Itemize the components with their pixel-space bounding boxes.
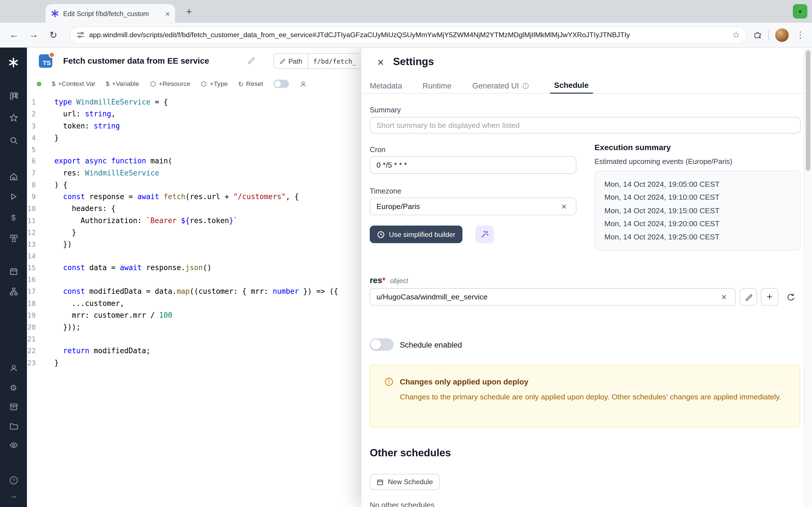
page-scrollbar <box>804 48 812 507</box>
execution-summary-title: Execution summary <box>595 143 671 152</box>
app-sidebar: $ <box>0 48 27 507</box>
reload-button[interactable]: ↻ <box>43 29 63 41</box>
sidebar-item-workers[interactable] <box>0 400 27 413</box>
timezone-input[interactable] <box>370 198 576 215</box>
sidebar-item-favorites[interactable] <box>0 111 27 124</box>
editor-assistant-toggle[interactable] <box>273 80 289 88</box>
cron-label: Cron <box>370 145 386 154</box>
tab-schedule[interactable]: Schedule <box>550 78 593 94</box>
browser-tab[interactable]: Edit Script f/bd/fetch_custom × <box>46 4 175 23</box>
reset-button[interactable]: ↻ Reset <box>238 80 263 88</box>
tab-title: Edit Script f/bd/fetch_custom <box>63 10 161 17</box>
hexagon-icon <box>200 80 207 87</box>
scrollbar-thumb[interactable] <box>806 50 811 171</box>
sidebar-item-schedules[interactable] <box>0 265 27 278</box>
browser-menu-icon[interactable]: ⋮ <box>795 30 806 41</box>
res-field-label: res*object <box>370 276 408 285</box>
windmill-favicon <box>51 9 59 17</box>
close-settings-button[interactable]: × <box>374 56 388 69</box>
person-icon <box>299 80 307 88</box>
sidebar-item-audit-logs[interactable] <box>0 438 27 452</box>
new-schedule-button[interactable]: New Schedule <box>370 474 440 490</box>
sidebar-collapse-icon[interactable]: → <box>0 489 27 502</box>
clear-timezone-icon[interactable]: × <box>561 202 566 211</box>
sidebar-item-account[interactable] <box>0 361 27 375</box>
dollar-icon: $ <box>52 80 56 88</box>
toolbar-divider <box>769 30 769 40</box>
runtime-badge-icon <box>49 52 55 58</box>
chevron-down-icon: ▾ <box>799 8 802 15</box>
browser-toolbar: ← → ↻ ☆ ⋮ <box>0 23 812 48</box>
sidebar-item-runs[interactable] <box>0 190 27 203</box>
profile-avatar[interactable] <box>775 28 789 42</box>
tab-metadata[interactable]: Metadata <box>370 78 402 94</box>
sidebar-item-apps[interactable] <box>0 89 27 103</box>
tab-close-icon[interactable]: × <box>165 10 170 17</box>
schedule-enabled-toggle[interactable] <box>370 338 393 351</box>
refresh-icon <box>786 293 795 301</box>
plus-icon: + <box>767 291 772 302</box>
add-resource-button-panel[interactable]: + <box>761 288 778 305</box>
cron-input[interactable] <box>370 156 576 174</box>
forward-button[interactable]: → <box>24 30 43 41</box>
warning-body: Changes to the primary schedule are only… <box>400 391 787 402</box>
ai-wand-button[interactable] <box>475 226 494 243</box>
edit-path-pencil-icon <box>279 58 285 64</box>
svg-text:?: ? <box>12 478 15 483</box>
new-tab-button[interactable]: + <box>183 5 196 18</box>
script-title: Fetch customer data from EE service <box>63 56 209 66</box>
execution-summary-subtitle: Estimated upcoming events (Europe/Paris) <box>595 157 732 165</box>
upcoming-events-box: Mon, 14 Oct 2024, 19:05:00 CESTMon, 14 O… <box>595 171 801 250</box>
timezone-label: Timezone <box>370 187 401 195</box>
dollar-icon: $ <box>106 80 109 88</box>
sidebar-item-folders[interactable] <box>0 419 27 433</box>
magic-wand-icon <box>480 230 489 238</box>
warning-title: Changes only applied upon deploy <box>400 377 528 386</box>
site-settings-icon[interactable] <box>76 31 85 39</box>
clear-resource-icon[interactable]: × <box>721 293 726 302</box>
event-row: Mon, 14 Oct 2024, 19:10:00 CEST <box>604 191 791 204</box>
deploy-status-dot <box>37 81 42 86</box>
other-schedules-title: Other schedules <box>370 447 451 459</box>
tab-generated-ui[interactable]: Generated UI <box>472 78 529 94</box>
reset-icon: ↻ <box>238 80 243 88</box>
info-icon <box>522 82 529 89</box>
sidebar-item-resources[interactable] <box>0 231 27 245</box>
schedule-enabled-label: Schedule enabled <box>400 341 462 349</box>
edit-title-pencil-icon[interactable] <box>247 56 255 64</box>
windmill-logo-icon[interactable] <box>0 56 27 69</box>
bookmark-star-icon[interactable]: ☆ <box>732 30 740 41</box>
sidebar-item-home[interactable] <box>0 170 27 183</box>
sidebar-item-flows[interactable] <box>0 284 27 298</box>
events-list: Mon, 14 Oct 2024, 19:05:00 CESTMon, 14 O… <box>604 178 791 244</box>
sidebar-item-search[interactable] <box>0 133 27 147</box>
address-bar[interactable]: ☆ <box>69 26 747 44</box>
sidebar-item-settings[interactable]: ⚙ <box>0 381 27 394</box>
add-variable-button[interactable]: $ +Variable <box>106 80 139 88</box>
dollar-icon: $ <box>11 213 15 222</box>
event-row: Mon, 14 Oct 2024, 19:20:00 CEST <box>604 217 791 231</box>
event-row: Mon, 14 Oct 2024, 19:25:00 CEST <box>604 230 791 244</box>
add-type-button[interactable]: +Type <box>200 80 227 88</box>
simplified-builder-button[interactable]: Use simplified builder <box>370 226 462 243</box>
event-row: Mon, 14 Oct 2024, 19:05:00 CEST <box>604 178 791 191</box>
url-input[interactable] <box>89 31 728 39</box>
back-button[interactable]: ← <box>4 30 24 41</box>
typescript-badge: TS <box>39 54 52 68</box>
resource-input[interactable] <box>370 288 736 305</box>
calendar-icon <box>376 478 384 486</box>
settings-tabs: Metadata Runtime Generated UI Schedule <box>361 78 804 94</box>
extensions-puzzle-icon[interactable] <box>753 30 762 40</box>
sidebar-item-help[interactable]: ? <box>0 473 27 487</box>
edit-resource-button[interactable] <box>740 288 757 305</box>
add-resource-button[interactable]: +Resource <box>149 80 190 88</box>
required-asterisk: * <box>382 276 386 284</box>
add-context-var-button[interactable]: $ +Context Var <box>52 80 96 88</box>
summary-input[interactable] <box>370 117 801 133</box>
browser-tabstrip: Edit Script f/bd/fetch_custom × + ▾ <box>0 0 812 23</box>
sidebar-item-variables[interactable]: $ <box>0 211 27 224</box>
refresh-resource-button[interactable] <box>782 288 799 305</box>
gear-icon: ⚙ <box>10 383 17 392</box>
tab-runtime[interactable]: Runtime <box>423 78 452 94</box>
extension-badge[interactable]: ▾ <box>793 4 807 18</box>
